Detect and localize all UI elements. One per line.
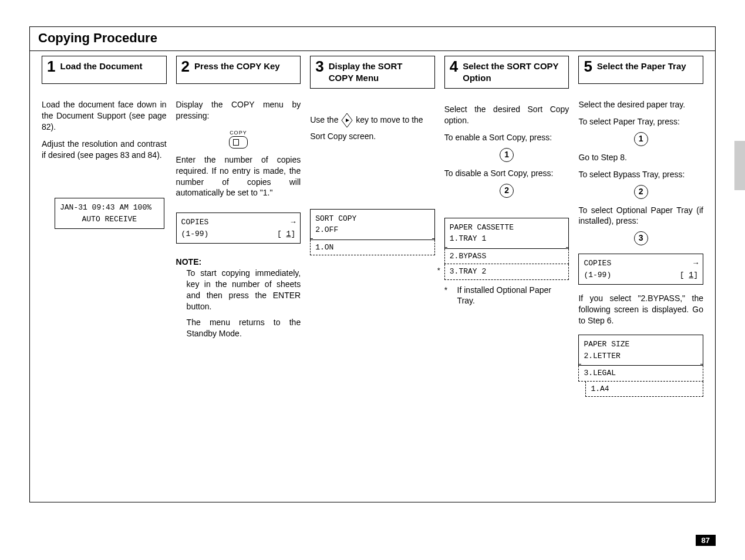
lcd-line: [ 1] [680,269,698,281]
step-4-text-3: To disable a Sort Copy, press: [444,168,569,179]
step-4-header: 4 Select the SORT COPY Option [444,56,569,89]
step-5-column: 5 Select the Paper Tray Select the desir… [574,56,708,502]
footnote: * If installed Optional Paper Tray. [444,285,569,307]
lcd-line: 1.A4 [591,384,609,393]
lcd-ext-line: 1.ON [310,240,435,256]
step-5-text-3: Go to Step 8. [578,152,703,163]
lcd-line: 2.OFF [315,224,338,236]
lcd-display-copies-2: COPIES → (1-99) [ 1] [578,254,703,285]
lcd-line: 3.TRAY 2 [450,267,486,276]
lcd-line: AUTO RECEIVE [82,214,137,225]
step-4-column: 4 Select the SORT COPY Option Select the… [440,56,574,502]
step-5-text-4: To select Bypass Tray, press: [578,169,703,180]
keypad-2-icon: 2 [500,184,514,198]
lcd-line: (1-99) [584,269,611,281]
note-block: NOTE: To start copying immediately, key … [176,257,301,343]
step-1-column: 1 Load the Document Load the document fa… [37,56,171,502]
step-5-text-2: To select Paper Tray, press: [578,116,703,127]
step-5-header: 5 Select the Paper Tray [578,56,703,84]
copy-key-icon: COPY [176,126,301,149]
step-title: Press the COPY Key [194,59,280,72]
note-text-1: To start copying immediately, key in the… [187,268,301,312]
step-2-text-1: Display the COPY menu by pressing: [176,99,301,122]
lcd-line: COPIES [584,258,611,269]
step-number: 3 [315,59,323,74]
step-4-text-2: To enable a Sort Copy, press: [444,132,569,143]
step-2-column: 2 Press the COPY Key Display the COPY me… [171,56,306,502]
step-title: Display the SORT COPY Menu [329,59,430,83]
copy-key-label: COPY [230,130,247,136]
step-title: Select the Paper Tray [597,59,686,72]
footnote-star: * [444,285,450,307]
note-text-2: The menu returns to the Standby Mode. [187,317,301,339]
lcd-line: 2.BYPASS [450,252,486,261]
lcd-ext-line: 2.BYPASS [444,249,569,265]
step-number: 2 [181,59,190,74]
step-1-text-2: Adjust the resolution and contrast if de… [42,139,167,161]
lcd-line: 2.LETTER [584,350,620,362]
lcd-line: COPIES [181,217,209,228]
step-3-column: 3 Display the SORT COPY Menu Use the key… [305,56,440,502]
lcd-line: 1.ON [315,243,333,252]
lcd-line: → [291,217,295,228]
step-3-text-1: Use the key to move to the [310,112,435,129]
right-arrow-key-icon [341,112,353,129]
step-number: 5 [584,59,592,74]
lcd-line: → [693,258,698,269]
lcd-line: JAN-31 09:43 AM 100% [60,202,151,214]
lcd-ext-line: 3.TRAY 2 [444,264,569,280]
step-3-header: 3 Display the SORT COPY Menu [310,56,435,89]
lcd-ext-line: 3.LEGAL [578,366,703,382]
step-title: Select the SORT COPY Option [463,59,564,83]
keypad-1-icon: 1 [500,148,514,162]
lcd-line: (1-99) [181,228,209,240]
lcd-ext-line: 1.A4 [585,382,703,397]
footnote-marker: * [437,266,440,275]
lcd-display-cassette: PAPER CASSETTE 1.TRAY 1 [444,218,569,249]
step-5-text-1: Select the desired paper tray. [578,99,703,110]
lcd-display-standby: JAN-31 09:43 AM 100% AUTO RECEIVE [55,198,164,229]
lcd-line: [ 1] [277,228,295,240]
lcd-line: 3.LEGAL [584,369,616,377]
lcd-line: PAPER SIZE [584,339,629,350]
step-1-header: 1 Load the Document [42,56,167,84]
note-label: NOTE: [176,257,202,266]
lcd-line: PAPER CASSETTE [450,222,514,234]
lcd-display-sortcopy: SORT COPY 2.OFF [310,209,435,240]
step-4-text-1: Select the desired Sort Copy option. [444,104,569,126]
keypad-1-icon: 1 [634,132,648,146]
step-2-header: 2 Press the COPY Key [176,56,301,84]
keypad-2-icon: 2 [634,185,648,199]
lcd-display-papersize: PAPER SIZE 2.LETTER [578,335,703,366]
lcd-line: 1.TRAY 1 [450,233,486,245]
page-number: 87 [696,535,716,546]
step-2-text-2: Enter the number of copies required. If … [176,154,301,199]
lcd-display-copies: COPIES → (1-99) [ 1] [176,212,301,244]
lcd-line: SORT COPY [315,213,356,225]
step-5-text-6: If you select "2.BYPASS," the following … [578,293,703,326]
step-number: 4 [450,59,458,74]
keypad-3-icon: 3 [634,231,648,245]
footnote-text: If installed Optional Paper Tray. [457,285,569,307]
step-5-text-5: To select Optional Paper Tray (if instal… [578,205,703,227]
section-tab [734,141,745,190]
section-title: Copying Procedure [30,27,715,51]
step-1-text-1: Load the document face down in the Docum… [42,99,167,133]
procedure-frame: Copying Procedure 1 Load the Document Lo… [29,26,716,502]
step-3-text-2: Sort Copy screen. [310,131,435,142]
step-number: 1 [47,59,55,74]
step-title: Load the Document [60,59,142,72]
